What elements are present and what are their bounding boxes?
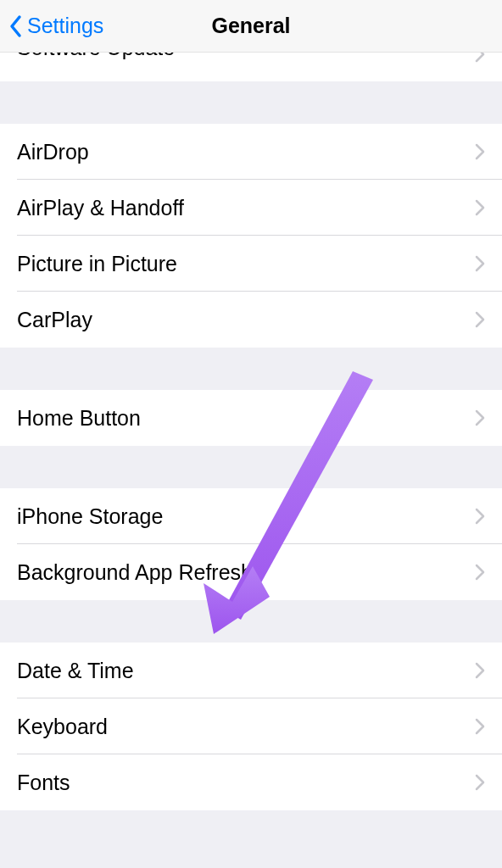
chevron-right-icon bbox=[475, 199, 485, 216]
chevron-right-icon bbox=[475, 662, 485, 679]
chevron-right-icon bbox=[475, 143, 485, 160]
settings-row-iphone-storage[interactable]: iPhone Storage bbox=[0, 488, 502, 544]
chevron-right-icon bbox=[475, 564, 485, 581]
chevron-right-icon bbox=[475, 311, 485, 328]
chevron-right-icon bbox=[475, 508, 485, 525]
settings-group: Date & Time Keyboard Fonts bbox=[0, 643, 502, 810]
page-title: General bbox=[211, 14, 290, 38]
settings-group: AirDrop AirPlay & Handoff Picture in Pic… bbox=[0, 124, 502, 348]
chevron-right-icon bbox=[475, 255, 485, 272]
settings-group: Home Button bbox=[0, 390, 502, 446]
settings-row-carplay[interactable]: CarPlay bbox=[0, 292, 502, 348]
navigation-bar: Settings General bbox=[0, 0, 502, 53]
chevron-right-icon bbox=[475, 409, 485, 426]
settings-row-software-update[interactable]: Software Update bbox=[0, 53, 502, 81]
settings-group: iPhone Storage Background App Refresh bbox=[0, 488, 502, 600]
row-label: AirPlay & Handoff bbox=[17, 196, 184, 220]
settings-row-fonts[interactable]: Fonts bbox=[0, 754, 502, 810]
settings-content: Software Update AirDrop AirPlay & Handof… bbox=[0, 53, 502, 810]
settings-row-airplay-handoff[interactable]: AirPlay & Handoff bbox=[0, 180, 502, 236]
group-separator bbox=[0, 348, 502, 390]
row-label: iPhone Storage bbox=[17, 504, 163, 529]
row-label: Keyboard bbox=[17, 715, 108, 739]
group-separator bbox=[0, 81, 502, 124]
row-label: Picture in Picture bbox=[17, 252, 177, 276]
chevron-right-icon bbox=[475, 774, 485, 791]
settings-row-background-app-refresh[interactable]: Background App Refresh bbox=[0, 544, 502, 600]
settings-row-picture-in-picture[interactable]: Picture in Picture bbox=[0, 236, 502, 292]
row-label: Home Button bbox=[17, 406, 141, 431]
row-label: CarPlay bbox=[17, 308, 92, 332]
row-label: AirDrop bbox=[17, 140, 89, 164]
back-label: Settings bbox=[27, 14, 103, 38]
row-label: Date & Time bbox=[17, 659, 134, 683]
row-label: Fonts bbox=[17, 771, 70, 795]
back-button[interactable]: Settings bbox=[8, 10, 103, 42]
settings-row-date-time[interactable]: Date & Time bbox=[0, 643, 502, 698]
chevron-right-icon bbox=[475, 718, 485, 735]
group-separator bbox=[0, 446, 502, 488]
group-separator bbox=[0, 600, 502, 643]
chevron-right-icon bbox=[475, 53, 485, 63]
settings-row-airdrop[interactable]: AirDrop bbox=[0, 124, 502, 180]
row-label: Software Update bbox=[17, 53, 175, 60]
chevron-left-icon bbox=[8, 14, 24, 38]
row-label: Background App Refresh bbox=[17, 560, 253, 585]
settings-row-home-button[interactable]: Home Button bbox=[0, 390, 502, 446]
settings-row-keyboard[interactable]: Keyboard bbox=[0, 698, 502, 754]
